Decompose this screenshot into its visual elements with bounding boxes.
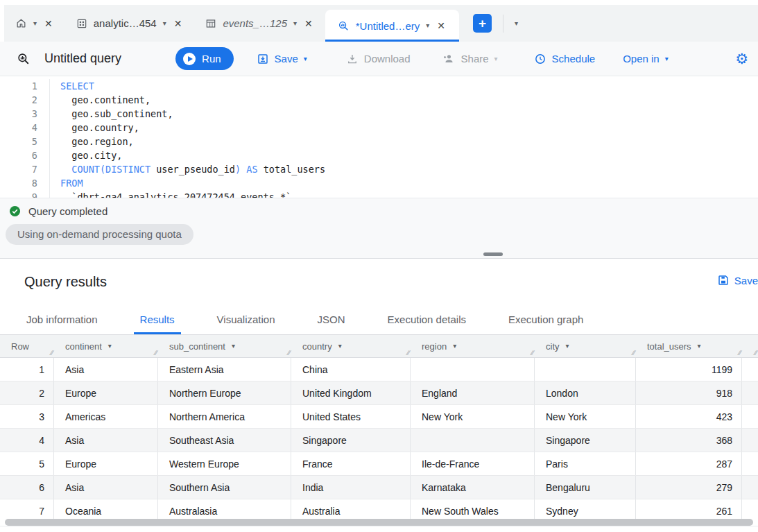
chevron-down-icon[interactable]: ▾	[566, 343, 569, 350]
data-cell: 287	[636, 452, 742, 475]
code-token: geo.region,	[60, 136, 134, 147]
chevron-down-icon[interactable]: ▾	[108, 343, 112, 350]
close-icon[interactable]: ✕	[43, 18, 54, 29]
data-cell: New South Wales	[411, 499, 535, 519]
schedule-button[interactable]: Schedule	[534, 53, 596, 65]
data-cell: Europe	[54, 452, 158, 475]
code-token: total_users	[258, 164, 326, 175]
chevron-down-icon[interactable]: ▾	[163, 20, 166, 27]
line-number: 9	[0, 190, 50, 198]
code-line[interactable]: 9 `dbrt-ga4.analytics_207472454.events_*…	[0, 190, 758, 198]
code-line[interactable]: 2 geo.continent,	[0, 93, 758, 107]
add-tab-button[interactable]: +	[473, 14, 492, 33]
table-row: 3AmericasNorthern AmericaUnited StatesNe…	[0, 405, 758, 429]
code-token: SELECT	[60, 80, 94, 92]
line-number: 1	[0, 79, 50, 93]
close-icon[interactable]: ✕	[436, 20, 447, 31]
sql-editor[interactable]: 1SELECT2 geo.continent,3 geo.sub_contine…	[0, 76, 758, 198]
tab-visualization[interactable]: Visualization	[215, 304, 277, 334]
tab-events-table[interactable]: events_…125 ▾ ✕	[194, 5, 325, 42]
chevron-down-icon[interactable]: ▾	[453, 343, 456, 350]
code-line[interactable]: 5 geo.region,	[0, 135, 758, 148]
code-line[interactable]: 4 geo.country,	[0, 121, 758, 135]
spacer-cell	[742, 429, 758, 452]
column-header-continent[interactable]: continent▾∕∕	[54, 335, 158, 357]
chevron-down-icon[interactable]: ▾	[426, 22, 429, 29]
code-token: FROM	[60, 178, 83, 189]
column-header-sub_continent[interactable]: sub_continent▾∕∕	[158, 335, 291, 357]
query-icon	[338, 20, 350, 32]
line-number: 8	[0, 176, 50, 190]
close-icon[interactable]: ✕	[173, 18, 184, 29]
tab-overflow-chevron[interactable]: ▾	[515, 20, 518, 27]
code-text: COUNT(DISTINCT user_pseudo_id) AS total_…	[50, 162, 325, 176]
column-header-region[interactable]: region▾∕∕	[411, 335, 535, 357]
code-token: COUNT(DISTINCT	[71, 164, 150, 175]
code-line[interactable]: 6 geo.city,	[0, 148, 758, 162]
page-title: Untitled query	[44, 51, 121, 66]
scrollbar-thumb[interactable]	[5, 519, 753, 526]
code-token: geo.continent,	[60, 94, 150, 105]
download-icon	[346, 53, 359, 65]
data-cell: England	[411, 381, 535, 404]
code-line[interactable]: 3 geo.sub_continent,	[0, 107, 758, 121]
chevron-down-icon[interactable]: ▾	[293, 20, 297, 27]
code-line[interactable]: 8FROM	[0, 176, 758, 190]
code-token: `dbrt-ga4.analytics_207472454.events_*`	[60, 191, 291, 198]
save-button[interactable]: Save ▾	[257, 53, 307, 65]
plus-icon: +	[479, 16, 486, 31]
add-person-icon	[442, 52, 456, 65]
chevron-down-icon[interactable]: ▾	[33, 20, 37, 27]
column-header-country[interactable]: country▾∕∕	[291, 335, 411, 357]
table-body: 1AsiaEastern AsiaChina11992EuropeNorther…	[0, 358, 758, 519]
query-toolbar: Untitled query Run Save ▾ Download Share…	[0, 42, 758, 76]
column-header-total_users[interactable]: total_users▾∕∕	[636, 335, 742, 357]
spacer-cell	[742, 499, 758, 519]
code-line[interactable]: 1SELECT	[0, 79, 758, 93]
row-number-cell: 1	[0, 358, 54, 381]
row-number-cell: 3	[0, 405, 54, 428]
tab-json[interactable]: JSON	[316, 304, 347, 334]
results-header: Query results Save	[0, 259, 758, 304]
tab-results[interactable]: Results	[138, 304, 177, 334]
code-text: geo.continent,	[50, 93, 150, 107]
chevron-down-icon[interactable]: ▾	[338, 343, 342, 350]
panel-drag-handle[interactable]	[483, 252, 503, 256]
check-circle-icon	[8, 205, 21, 218]
chevron-down-icon[interactable]: ▾	[232, 343, 235, 350]
spacer-cell	[742, 452, 758, 475]
code-line[interactable]: 7 COUNT(DISTINCT user_pseudo_id) AS tota…	[0, 162, 758, 176]
settings-gear-icon[interactable]: ⚙	[735, 51, 748, 67]
tab-home[interactable]: ▾ ✕	[4, 5, 65, 42]
data-cell: Asia	[54, 429, 158, 452]
bottom-strip	[0, 526, 758, 532]
data-cell: Sydney	[535, 499, 636, 519]
row-number-cell: 4	[0, 429, 54, 452]
tab-untitled-query[interactable]: *Untitled…ery ▾ ✕	[325, 10, 459, 42]
close-icon[interactable]: ✕	[303, 18, 314, 29]
tab-analytics-dataset[interactable]: analytic…454 ▾ ✕	[65, 5, 195, 42]
code-token: AS	[246, 164, 257, 175]
table-row: 4AsiaSoutheast AsiaSingaporeSingapore368	[0, 429, 758, 452]
run-button[interactable]: Run	[175, 47, 234, 70]
row-number-cell: 7	[0, 499, 54, 519]
tab-execution-graph[interactable]: Execution graph	[506, 304, 585, 334]
data-cell: 368	[636, 429, 742, 452]
row-number-cell: 2	[0, 381, 54, 404]
tab-execution-details[interactable]: Execution details	[386, 304, 468, 334]
open-in-button[interactable]: Open in ▾	[623, 53, 669, 65]
table-icon	[205, 18, 216, 29]
column-header-city[interactable]: city▾∕∕	[535, 335, 636, 357]
tab-job-information[interactable]: Job information	[24, 304, 100, 334]
chevron-down-icon[interactable]: ▾	[698, 343, 701, 350]
code-text: geo.sub_continent,	[50, 107, 173, 121]
save-results-button[interactable]: Save	[717, 274, 758, 286]
spacer-cell	[742, 381, 758, 404]
column-label: total_users	[647, 341, 691, 352]
data-cell: Australia	[291, 499, 411, 519]
query-status-panel: Query completed Using on-demand processi…	[0, 198, 758, 259]
data-cell	[411, 429, 535, 452]
clock-icon	[534, 53, 546, 65]
row-number-cell: 5	[0, 452, 54, 475]
data-cell: London	[535, 381, 636, 404]
